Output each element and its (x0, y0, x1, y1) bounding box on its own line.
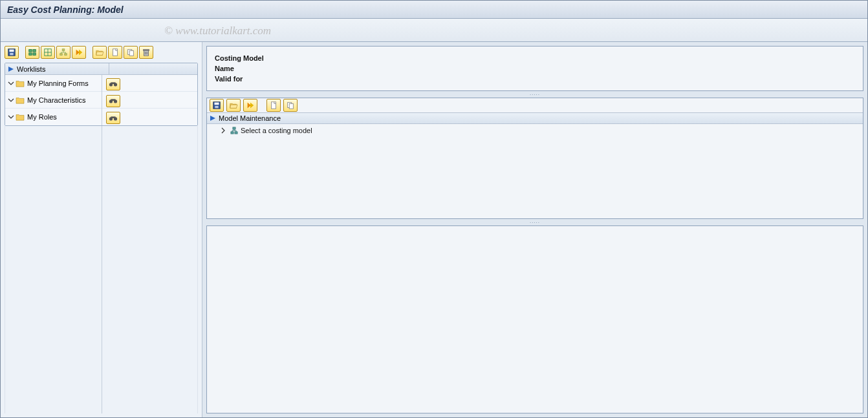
layout-icon (28, 48, 37, 57)
folder-icon (16, 113, 25, 121)
hierarchy-button[interactable] (56, 46, 71, 59)
folder-icon (16, 79, 25, 87)
svg-rect-2 (10, 53, 13, 56)
svg-rect-12 (65, 54, 67, 56)
model-maintenance-header: Model Maintenance (207, 112, 863, 124)
svg-rect-11 (60, 54, 63, 56)
label-valid-for: Valid for (215, 74, 855, 84)
hierarchy-icon (59, 48, 68, 57)
copy-icon (286, 101, 295, 110)
worklists-panel: Worklists My Planning Forms My Character… (5, 63, 198, 126)
svg-rect-4 (33, 50, 36, 52)
worklists-header-col2 (109, 63, 197, 74)
svg-rect-30 (111, 99, 115, 101)
next-button[interactable] (72, 46, 86, 59)
label-name: Name (215, 63, 855, 74)
grid-icon (43, 48, 52, 57)
worklist-action-cell (102, 92, 198, 109)
arrow-right-icon (8, 66, 14, 72)
expand-toggle-icon[interactable] (8, 114, 14, 120)
folder-icon (16, 96, 25, 104)
binoculars-icon (109, 80, 118, 88)
svg-rect-41 (231, 132, 233, 134)
left-sidebar: Worklists My Planning Forms My Character… (1, 42, 202, 417)
svg-rect-42 (235, 132, 237, 134)
layout2-button[interactable] (41, 46, 55, 59)
delete-button[interactable] (139, 46, 153, 59)
main-area: Costing Model Name Valid for ····· (202, 42, 867, 417)
svg-rect-36 (215, 106, 218, 109)
worklist-item-label: My Characteristics (27, 96, 85, 104)
worklists-header: Worklists (5, 63, 197, 75)
watermark-text: © www.tutorialkart.com (164, 25, 271, 37)
worklist-item-label: My Planning Forms (27, 79, 89, 87)
trash-icon (142, 48, 151, 57)
search-planning-forms-button[interactable] (106, 78, 120, 90)
worklist-item-roles[interactable]: My Roles (5, 109, 102, 125)
worklists-header-label: Worklists (5, 63, 109, 74)
open-folder-icon (95, 48, 104, 57)
model-new-button[interactable] (266, 99, 281, 112)
new-doc-icon (269, 101, 278, 110)
svg-rect-40 (233, 127, 235, 129)
new-button[interactable] (108, 46, 122, 59)
save-icon (212, 101, 221, 110)
svg-rect-6 (33, 53, 36, 56)
copy-button[interactable] (124, 46, 138, 59)
tree-item-select-model[interactable]: Select a costing model (212, 127, 858, 134)
svg-rect-19 (129, 50, 133, 56)
hierarchy-node-icon (230, 127, 238, 134)
save-button[interactable] (5, 46, 19, 59)
search-characteristics-button[interactable] (106, 95, 120, 107)
layout1-button[interactable] (25, 46, 39, 59)
app-header-strip: © www.tutorialkart.com (1, 19, 867, 42)
worklist-action-cell (102, 109, 198, 125)
splitter-handle[interactable]: ····· (206, 92, 863, 96)
model-open-button[interactable] (226, 99, 241, 112)
forward-icon (246, 101, 255, 110)
worklist-action-cell (102, 75, 198, 92)
window-title-bar: Easy Cost Planning: Model (1, 1, 867, 19)
svg-rect-5 (29, 53, 32, 56)
tree-item-label: Select a costing model (241, 127, 312, 134)
detail-header-panel: Costing Model Name Valid for (206, 46, 863, 91)
binoculars-icon (109, 114, 118, 122)
bottom-empty-panel (206, 225, 863, 413)
svg-rect-21 (144, 50, 149, 51)
model-save-button[interactable] (210, 99, 224, 112)
window-title: Easy Cost Planning: Model (7, 5, 124, 15)
forward-icon (74, 48, 83, 57)
sidebar-toolbar (5, 46, 198, 59)
model-maintenance-panel: Model Maintenance Select a costing model (206, 98, 863, 219)
svg-rect-27 (111, 82, 115, 84)
expand-toggle-icon[interactable] (220, 127, 226, 134)
svg-rect-3 (29, 50, 32, 52)
label-costing-model: Costing Model (215, 53, 855, 63)
model-tree-body: Select a costing model (207, 124, 863, 218)
copy-icon (126, 48, 135, 57)
svg-rect-17 (113, 49, 118, 56)
save-icon (7, 48, 16, 57)
open-folder-icon (229, 101, 238, 110)
sidebar-fill (5, 126, 198, 413)
model-copy-button[interactable] (283, 99, 298, 112)
binoculars-icon (109, 97, 118, 105)
svg-rect-33 (111, 116, 115, 118)
expand-toggle-icon[interactable] (8, 80, 14, 87)
splitter-handle[interactable]: ····· (206, 220, 863, 224)
expand-toggle-icon[interactable] (8, 97, 14, 103)
open-button[interactable] (92, 46, 107, 59)
model-forward-button[interactable] (243, 99, 257, 112)
model-maintenance-header-label: Model Maintenance (219, 114, 281, 122)
model-toolbar (207, 98, 863, 112)
worklist-item-characteristics[interactable]: My Characteristics (5, 92, 102, 109)
svg-rect-10 (62, 49, 65, 51)
new-doc-icon (111, 48, 120, 57)
worklist-item-planning-forms[interactable]: My Planning Forms (5, 75, 102, 92)
worklist-item-label: My Roles (27, 113, 57, 121)
svg-rect-1 (10, 50, 14, 52)
search-roles-button[interactable] (106, 112, 120, 124)
svg-rect-35 (215, 103, 219, 105)
arrow-right-icon (210, 115, 216, 121)
svg-rect-37 (272, 102, 276, 109)
